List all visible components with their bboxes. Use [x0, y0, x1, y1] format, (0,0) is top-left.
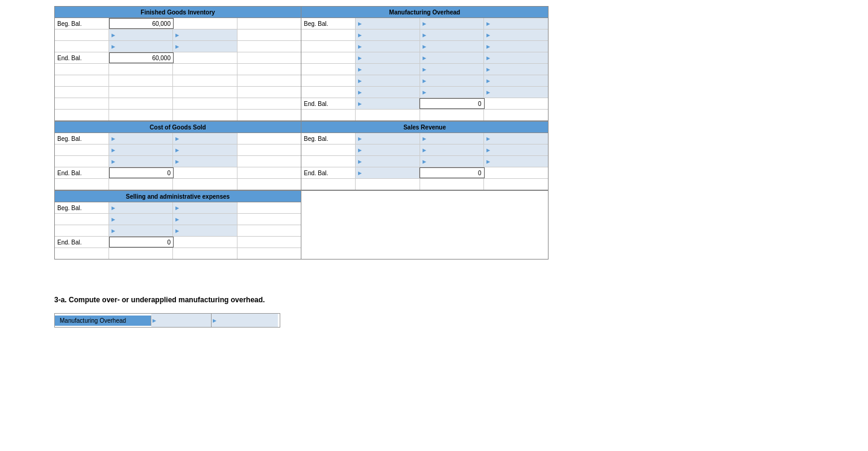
fg-row-2: [55, 30, 301, 41]
sa-row-2: [55, 214, 301, 225]
moh-inp-1a[interactable]: [356, 18, 420, 29]
sa-label-1: Beg. Bal.: [55, 202, 109, 213]
moh-inp-4b[interactable]: [420, 52, 485, 63]
sr-blank: [301, 179, 548, 190]
sr-header-row: Sales Revenue: [301, 122, 548, 133]
sr-inp-end-a[interactable]: [356, 167, 420, 178]
moh-inp-4c[interactable]: [484, 52, 548, 63]
moh-row-3: [301, 41, 548, 52]
cogs-label-end: End. Bal.: [55, 167, 109, 178]
moh-inp-2c[interactable]: [484, 30, 548, 40]
moh-inp-3a[interactable]: [356, 41, 420, 52]
moh-row-6: [301, 75, 548, 87]
moh-inp-3b[interactable]: [420, 41, 485, 52]
moh-inp-1b[interactable]: [420, 18, 485, 29]
sr-label-1: Beg. Bal.: [301, 133, 356, 144]
fg-blank-5: [55, 110, 301, 120]
sa-inp-1b[interactable]: [173, 202, 237, 213]
sa-inp-1a[interactable]: [109, 202, 173, 213]
manufacturing-overhead-account: Manufacturing Overhead Beg. Bal.: [301, 7, 548, 120]
sa-inp-2a[interactable]: [109, 214, 173, 225]
cogs-row-1: Beg. Bal.: [55, 133, 301, 145]
moh-inp-5a[interactable]: [356, 64, 420, 75]
moh-inp-6c[interactable]: [484, 75, 548, 86]
cogs-col3-end: [237, 167, 301, 178]
sa-row-end: End. Bal. 0: [55, 237, 301, 248]
sr-inp-3a[interactable]: [356, 156, 420, 167]
sr-inp-2b[interactable]: [420, 145, 485, 155]
cogs-inp-1a[interactable]: [109, 133, 173, 144]
fg-row-1: Beg. Bal. 60,000: [55, 18, 301, 30]
fg-col3-3: [237, 41, 301, 52]
cogs-row-end: End. Bal. 0: [55, 167, 301, 179]
cogs-col2-end: [174, 167, 237, 178]
fg-row-3: [55, 41, 301, 52]
question-section: 3-a. Compute over- or underapplied manuf…: [54, 296, 814, 328]
cogs-inp-2a[interactable]: [109, 145, 173, 155]
moh-inp-1c[interactable]: [484, 18, 548, 29]
moh-inp-2b[interactable]: [420, 30, 485, 40]
fg-input-2a[interactable]: [109, 30, 173, 40]
sales-revenue-account: Sales Revenue Beg. Bal.: [301, 122, 548, 190]
top-accounts-row: Finished Goods Inventory Beg. Bal. 60,00…: [55, 7, 548, 120]
cogs-inp-3a[interactable]: [109, 156, 173, 167]
sr-inp-3b[interactable]: [420, 156, 485, 167]
moh-blank: [301, 110, 548, 120]
moh-val-end: 0: [420, 98, 484, 109]
moh-row-5: [301, 64, 548, 75]
cogs-val-end: 0: [109, 167, 174, 178]
moh-inp-5b[interactable]: [420, 64, 485, 75]
fg-input-2b[interactable]: [173, 30, 237, 40]
sr-inp-2c[interactable]: [484, 145, 548, 155]
sa-header-row: Selling and administrative expenses: [55, 191, 301, 202]
moh-inp-3c[interactable]: [484, 41, 548, 52]
sa-label-end: End. Bal.: [55, 237, 109, 247]
sa-inp-3a[interactable]: [109, 225, 173, 236]
fg-col3-4: [237, 52, 301, 63]
cogs-label-1: Beg. Bal.: [55, 133, 109, 144]
sr-inp-3c[interactable]: [484, 156, 548, 167]
fg-label-2: [55, 30, 109, 40]
sr-inp-1c[interactable]: [484, 133, 548, 144]
fg-input-3a[interactable]: [109, 41, 173, 52]
fg-input-3b[interactable]: [173, 41, 237, 52]
cogs-inp-3b[interactable]: [173, 156, 237, 167]
moh-inp-6a[interactable]: [356, 75, 420, 86]
sr-inp-1a[interactable]: [356, 133, 420, 144]
sa-blank: [55, 248, 301, 259]
sr-row-2: [301, 145, 548, 156]
fg-blank-1: [55, 64, 301, 75]
moh-inp-4a[interactable]: [356, 52, 420, 63]
moh-row-1: Beg. Bal.: [301, 18, 548, 30]
moh-inp-7a[interactable]: [356, 87, 420, 98]
moh-header-row: Manufacturing Overhead: [301, 7, 548, 18]
middle-accounts-row: Cost of Goods Sold Beg. Bal.: [55, 122, 548, 190]
sa-inp-3b[interactable]: [173, 225, 237, 236]
cogs-row-3: [55, 156, 301, 167]
cost-of-goods-account: Cost of Goods Sold Beg. Bal.: [55, 122, 301, 190]
finished-goods-header: Finished Goods Inventory: [55, 7, 301, 17]
moh-inp-7b[interactable]: [420, 87, 485, 98]
sr-row-3: [301, 156, 548, 167]
moh-inp-6b[interactable]: [420, 75, 485, 86]
cogs-inp-1b[interactable]: [173, 133, 237, 144]
fg-row-4: End. Bal. 60,000: [55, 52, 301, 64]
cogs-row-2: [55, 145, 301, 156]
mfg-overhead-input2[interactable]: [212, 314, 278, 327]
question-bold: 3-a. Compute over- or underapplied manuf…: [54, 296, 265, 304]
moh-inp-2a[interactable]: [356, 30, 420, 40]
sr-inp-1b[interactable]: [420, 133, 485, 144]
moh-inp-5c[interactable]: [484, 64, 548, 75]
fg-blank-3: [55, 87, 301, 98]
moh-inp-7c[interactable]: [484, 87, 548, 98]
accounts-wrapper: Finished Goods Inventory Beg. Bal. 60,00…: [54, 6, 549, 260]
cogs-header-row: Cost of Goods Sold: [55, 122, 301, 133]
sa-val-end: 0: [109, 237, 174, 247]
finished-goods-header-row: Finished Goods Inventory: [55, 7, 301, 18]
sr-inp-2a[interactable]: [356, 145, 420, 155]
cogs-inp-2b[interactable]: [173, 145, 237, 155]
mfg-overhead-input1[interactable]: [151, 314, 212, 327]
sa-inp-2b[interactable]: [173, 214, 237, 225]
moh-label-end: End. Bal.: [301, 98, 356, 109]
moh-inp-end-a[interactable]: [356, 98, 420, 109]
